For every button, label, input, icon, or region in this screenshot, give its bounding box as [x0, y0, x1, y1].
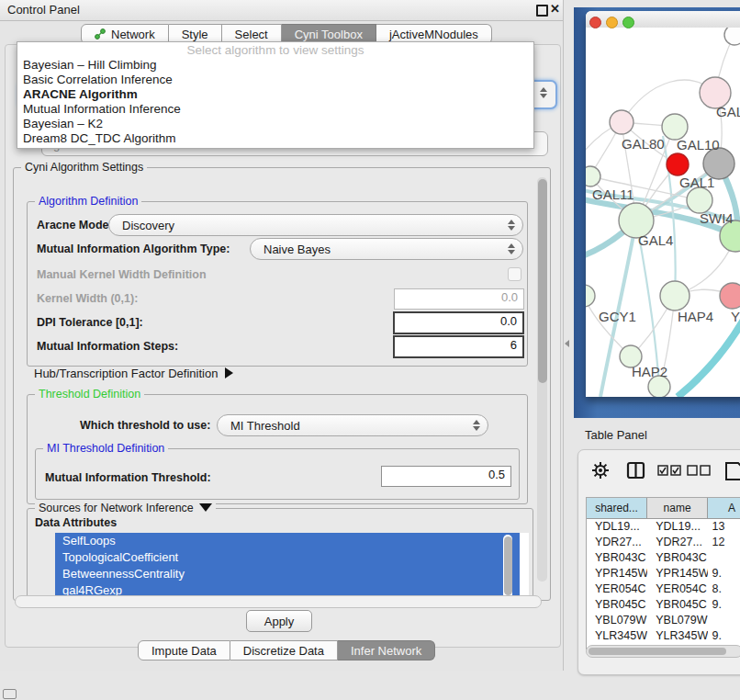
- table-cell[interactable]: YER054C: [647, 581, 708, 597]
- algorithm-option[interactable]: Dream8 DC_TDC Algorithm: [17, 131, 533, 146]
- tab-discretize-data[interactable]: Discretize Data: [230, 640, 338, 660]
- minimized-panel-icon[interactable]: [3, 689, 17, 699]
- node-table: shared... name A YDL19...YDL19...13YDR27…: [586, 497, 740, 649]
- network-node-gal10[interactable]: [662, 114, 688, 140]
- mi-threshold-group: MI Threshold Definition Mutual Informati…: [35, 448, 520, 500]
- hub-definition-expander[interactable]: Hub/Transcription Factor Definition: [34, 367, 233, 380]
- attr-list-vscrollbar-thumb[interactable]: [504, 536, 512, 595]
- table-cell[interactable]: 13: [708, 519, 740, 535]
- attribute-item[interactable]: BetweennessCentrality: [55, 566, 520, 582]
- group-title: Algorithm Definition: [35, 195, 141, 208]
- panel-collapse-handle-icon[interactable]: [565, 340, 569, 347]
- manual-kernel-label: Manual Kernel Width Definition: [37, 268, 207, 281]
- algorithm-option[interactable]: Mutual Information Inference: [17, 102, 533, 117]
- table-sheet-icon[interactable]: [723, 461, 740, 481]
- column-header-name[interactable]: name: [647, 498, 708, 518]
- table-cell[interactable]: YBR043C: [587, 550, 647, 566]
- close-icon[interactable]: ✕: [550, 2, 560, 16]
- network-node-gal80[interactable]: [610, 110, 633, 134]
- select-all-checkboxes-icon[interactable]: [657, 465, 683, 476]
- settings-hscrollbar[interactable]: [15, 595, 542, 608]
- table-cell[interactable]: YPR145W: [647, 566, 708, 581]
- table-hscrollbar-thumb[interactable]: [589, 648, 726, 655]
- manual-kernel-checkbox[interactable]: [508, 267, 521, 281]
- attr-list-vscrollbar[interactable]: [503, 535, 512, 599]
- attribute-item[interactable]: SelfLoops: [55, 533, 520, 549]
- network-node[interactable]: [667, 153, 689, 175]
- table-panel: shared... name A YDL19...YDL19...13YDR27…: [577, 449, 740, 675]
- mi-threshold-field[interactable]: 0.5: [381, 466, 511, 487]
- sources-expander[interactable]: Sources for Network Inference: [35, 502, 216, 514]
- network-node[interactable]: [724, 28, 740, 45]
- table-cell[interactable]: 9.: [708, 597, 740, 613]
- column-header-partial[interactable]: A: [708, 498, 740, 518]
- table-cell[interactable]: YDR27...: [647, 535, 708, 550]
- network-canvas[interactable]: GALGAL80GAL10GAL1GAL11GAL4SWI4GCY1HAP4YH…: [586, 28, 740, 397]
- which-threshold-combobox[interactable]: MI Threshold: [217, 414, 488, 436]
- dpi-tolerance-field[interactable]: 0.0: [393, 311, 524, 334]
- table-cell[interactable]: 8.: [708, 581, 740, 597]
- algorithm-option[interactable]: Bayesian – Hill Climbing: [17, 58, 533, 73]
- table-cell[interactable]: YER054C: [587, 581, 647, 597]
- traffic-light-minimize-icon[interactable]: [606, 17, 618, 28]
- table-cell[interactable]: YDR27...: [587, 535, 647, 550]
- column-chooser-icon[interactable]: [626, 461, 646, 480]
- group-title: Cyni Algorithm Settings: [21, 161, 147, 174]
- table-cell[interactable]: 12: [708, 535, 740, 550]
- table-cell[interactable]: YBR043C: [647, 550, 708, 566]
- algorithm-definition-group: Algorithm Definition Aracne Mode: Discov…: [27, 201, 528, 367]
- settings-vscrollbar[interactable]: [537, 177, 547, 581]
- tab-impute-data[interactable]: Impute Data: [138, 640, 230, 660]
- group-title: MI Threshold Definition: [43, 442, 168, 455]
- table-cell[interactable]: YPR145W: [587, 566, 647, 581]
- table-cell[interactable]: 9.: [708, 566, 740, 581]
- table-row[interactable]: YER054CYER054C8.: [587, 581, 740, 597]
- network-node-hap4[interactable]: [660, 281, 690, 310]
- table-row[interactable]: YBR043CYBR043C: [587, 550, 740, 566]
- table-cell[interactable]: YBL079W: [587, 613, 647, 628]
- kernel-width-field[interactable]: 0.0: [394, 288, 524, 310]
- table-cell[interactable]: YDL19...: [647, 519, 708, 535]
- column-header-shared-name[interactable]: shared...: [587, 498, 647, 518]
- table-row[interactable]: YDL19...YDL19...13: [587, 519, 740, 535]
- table-cell[interactable]: YDL19...: [587, 519, 647, 535]
- settings-vscrollbar-thumb[interactable]: [538, 179, 547, 383]
- traffic-light-zoom-icon[interactable]: [622, 17, 634, 28]
- network-node-gcy1[interactable]: [586, 285, 595, 307]
- mi-type-combobox[interactable]: Naive Bayes: [250, 238, 523, 260]
- table-cell[interactable]: 9.: [708, 628, 740, 644]
- table-row[interactable]: YBL079WYBL079W: [587, 613, 740, 628]
- traffic-light-close-icon[interactable]: [589, 17, 601, 28]
- algorithm-option[interactable]: Bayesian – K2: [17, 117, 533, 131]
- node-label: HAP2: [632, 364, 667, 379]
- network-node-gal1[interactable]: [687, 187, 712, 213]
- aracne-mode-combobox[interactable]: Discovery: [108, 214, 523, 236]
- apply-button[interactable]: Apply: [246, 610, 312, 632]
- attribute-item[interactable]: TopologicalCoefficient: [55, 549, 520, 566]
- network-node-gal11[interactable]: [586, 166, 600, 186]
- table-row[interactable]: YDR27...YDR27...12: [587, 535, 740, 550]
- table-cell[interactable]: [708, 550, 740, 566]
- bottom-tab-bar: Impute Data Discretize Data Infer Networ…: [138, 640, 435, 660]
- network-node-y[interactable]: [720, 283, 740, 309]
- float-window-icon[interactable]: [536, 5, 548, 17]
- gear-icon[interactable]: [591, 461, 610, 480]
- data-attributes-label: Data Attributes: [35, 516, 117, 529]
- table-row[interactable]: YLR345WYLR345W9.: [587, 628, 740, 644]
- algorithm-option[interactable]: Basic Correlation Inference: [17, 73, 533, 87]
- tab-label: Cyni Toolbox: [295, 28, 363, 41]
- table-row[interactable]: YBR045CYBR045C9.: [587, 597, 740, 613]
- mi-steps-field[interactable]: 6: [393, 335, 524, 358]
- table-cell[interactable]: YBR045C: [647, 597, 708, 613]
- tab-infer-network[interactable]: Infer Network: [338, 640, 435, 660]
- table-cell[interactable]: [708, 613, 740, 628]
- table-row[interactable]: YPR145WYPR145W9.: [587, 566, 740, 581]
- table-cell[interactable]: YLR345W: [647, 628, 708, 644]
- table-cell[interactable]: YBL079W: [647, 613, 708, 628]
- table-cell[interactable]: YLR345W: [587, 628, 647, 644]
- table-cell[interactable]: YBR045C: [587, 597, 647, 613]
- deselect-all-checkboxes-icon[interactable]: [687, 465, 712, 476]
- table-hscrollbar[interactable]: [586, 645, 740, 658]
- algorithm-option[interactable]: ARACNE Algorithm: [17, 87, 533, 102]
- node-label: GCY1: [599, 309, 636, 324]
